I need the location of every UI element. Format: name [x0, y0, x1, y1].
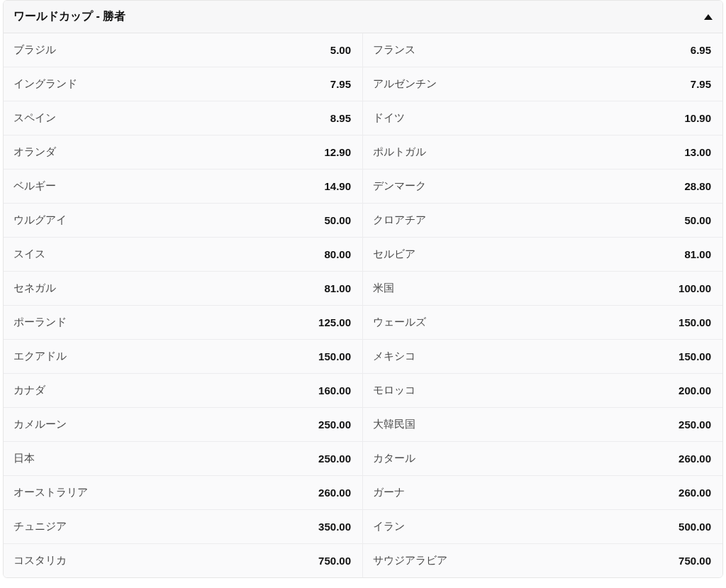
team-name: ドイツ	[373, 111, 405, 125]
odds-row[interactable]: オランダ12.90	[4, 135, 363, 169]
team-name: アルゼンチン	[373, 77, 437, 91]
odds-row[interactable]: カタール260.00	[363, 441, 722, 475]
team-name: ポーランド	[13, 316, 67, 329]
team-name: クロアチア	[373, 213, 426, 227]
team-name: オランダ	[13, 145, 56, 159]
odds-value: 5.00	[330, 44, 351, 56]
team-name: イングランド	[13, 77, 77, 91]
team-name: ウルグアイ	[13, 213, 67, 227]
odds-value: 81.00	[684, 248, 711, 260]
odds-value: 13.00	[684, 146, 711, 158]
odds-row[interactable]: ウェールズ150.00	[363, 305, 722, 339]
team-name: フランス	[373, 43, 415, 57]
team-name: スイス	[13, 248, 45, 261]
odds-value: 7.95	[330, 78, 351, 90]
odds-value: 8.95	[330, 112, 351, 124]
odds-row[interactable]: フランス6.95	[363, 33, 722, 67]
odds-value: 80.00	[324, 248, 351, 260]
odds-row[interactable]: チュニジア350.00	[4, 509, 363, 543]
odds-row[interactable]: 米国100.00	[363, 271, 722, 305]
odds-value: 500.00	[678, 521, 711, 533]
team-name: チュニジア	[13, 520, 67, 533]
odds-value: 150.00	[678, 316, 711, 328]
odds-row[interactable]: イラン500.00	[363, 509, 722, 543]
odds-row[interactable]: 日本250.00	[4, 441, 363, 475]
odds-row[interactable]: ポルトガル13.00	[363, 135, 722, 169]
team-name: ウェールズ	[373, 316, 426, 329]
team-name: メキシコ	[373, 350, 415, 363]
team-name: セネガル	[13, 282, 56, 295]
team-name: オーストラリア	[13, 486, 88, 499]
odds-value: 7.95	[691, 78, 711, 90]
odds-row[interactable]: カメルーン250.00	[4, 407, 363, 441]
odds-row[interactable]: オーストラリア260.00	[4, 475, 363, 509]
odds-value: 160.00	[318, 384, 351, 396]
odds-value: 350.00	[318, 521, 351, 533]
odds-row[interactable]: メキシコ150.00	[363, 339, 722, 373]
odds-value: 6.95	[691, 44, 711, 56]
chevron-up-icon	[704, 14, 713, 20]
team-name: 米国	[373, 282, 394, 295]
odds-grid: ブラジル5.00フランス6.95イングランド7.95アルゼンチン7.95スペイン…	[4, 33, 722, 577]
odds-row[interactable]: デンマーク28.80	[363, 169, 722, 203]
odds-row[interactable]: カナダ160.00	[4, 373, 363, 407]
odds-row[interactable]: ウルグアイ50.00	[4, 203, 363, 237]
team-name: カタール	[373, 452, 415, 465]
odds-row[interactable]: ブラジル5.00	[4, 33, 363, 67]
team-name: 日本	[13, 452, 35, 465]
odds-row[interactable]: ベルギー14.90	[4, 169, 363, 203]
odds-row[interactable]: ガーナ260.00	[363, 475, 722, 509]
team-name: モロッコ	[373, 384, 415, 397]
team-name: ベルギー	[13, 179, 56, 193]
odds-value: 14.90	[324, 180, 351, 192]
odds-row[interactable]: ドイツ10.90	[363, 101, 722, 135]
odds-row[interactable]: スペイン8.95	[4, 101, 363, 135]
team-name: セルビア	[373, 248, 415, 261]
odds-value: 50.00	[684, 214, 711, 226]
odds-value: 250.00	[678, 418, 711, 431]
odds-row[interactable]: エクアドル150.00	[4, 339, 363, 373]
odds-value: 125.00	[318, 316, 351, 328]
odds-row[interactable]: ポーランド125.00	[4, 305, 363, 339]
odds-value: 750.00	[678, 555, 711, 567]
team-name: カナダ	[13, 384, 45, 397]
odds-row[interactable]: スイス80.00	[4, 237, 363, 271]
odds-row[interactable]: クロアチア50.00	[363, 203, 722, 237]
odds-value: 250.00	[318, 453, 351, 465]
panel-header[interactable]: ワールドカップ - 勝者	[4, 1, 722, 33]
odds-panel: ワールドカップ - 勝者 ブラジル5.00フランス6.95イングランド7.95ア…	[3, 0, 723, 578]
team-name: ブラジル	[13, 43, 56, 57]
panel-title: ワールドカップ - 勝者	[13, 9, 125, 24]
odds-value: 200.00	[678, 384, 711, 396]
odds-value: 150.00	[678, 350, 711, 362]
team-name: サウジアラビア	[373, 554, 447, 567]
odds-row[interactable]: サウジアラビア750.00	[363, 543, 722, 577]
team-name: ガーナ	[373, 486, 405, 499]
odds-value: 250.00	[318, 418, 351, 431]
odds-row[interactable]: アルゼンチン7.95	[363, 67, 722, 101]
odds-value: 260.00	[318, 487, 351, 499]
odds-row[interactable]: イングランド7.95	[4, 67, 363, 101]
team-name: デンマーク	[373, 179, 426, 193]
odds-value: 28.80	[684, 180, 711, 192]
odds-value: 260.00	[678, 487, 711, 499]
team-name: 大韓民国	[373, 418, 415, 431]
team-name: ポルトガル	[373, 145, 426, 159]
odds-row[interactable]: モロッコ200.00	[363, 373, 722, 407]
odds-value: 10.90	[684, 112, 711, 124]
odds-row[interactable]: セネガル81.00	[4, 271, 363, 305]
odds-value: 260.00	[678, 453, 711, 465]
odds-value: 81.00	[324, 282, 351, 294]
odds-value: 12.90	[324, 146, 351, 158]
team-name: イラン	[373, 520, 405, 533]
team-name: エクアドル	[13, 350, 67, 363]
team-name: カメルーン	[13, 418, 67, 431]
odds-row[interactable]: コスタリカ750.00	[4, 543, 363, 577]
odds-row[interactable]: 大韓民国250.00	[363, 407, 722, 441]
team-name: スペイン	[13, 111, 56, 125]
odds-row[interactable]: セルビア81.00	[363, 237, 722, 271]
odds-value: 750.00	[318, 555, 351, 567]
odds-value: 100.00	[678, 282, 711, 294]
odds-value: 150.00	[318, 350, 351, 362]
team-name: コスタリカ	[13, 554, 67, 567]
